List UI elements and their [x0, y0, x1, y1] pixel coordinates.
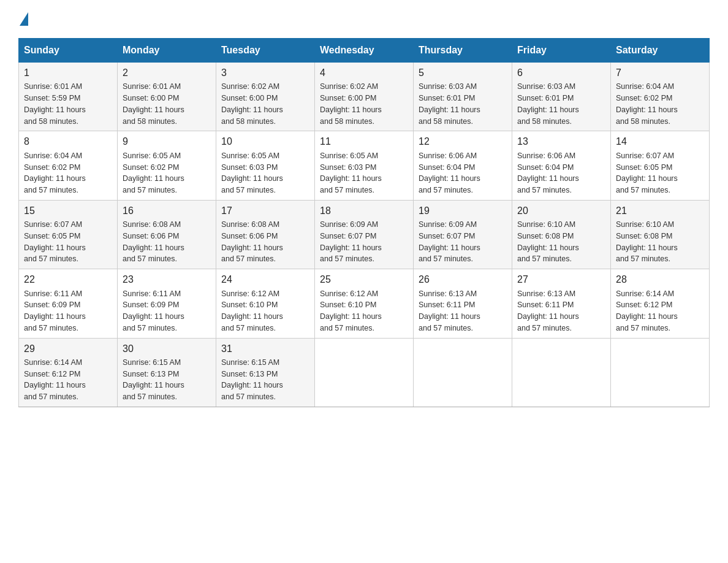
day-number: 13 [517, 135, 605, 148]
day-info: Sunrise: 6:15 AMSunset: 6:13 PMDaylight:… [221, 358, 283, 401]
day-info: Sunrise: 6:06 AMSunset: 6:04 PMDaylight:… [419, 151, 480, 194]
calendar-day-cell: 18 Sunrise: 6:09 AMSunset: 6:07 PMDaylig… [315, 200, 414, 269]
day-number: 19 [419, 204, 507, 218]
calendar-day-cell [315, 338, 414, 407]
day-number: 12 [419, 135, 507, 148]
day-info: Sunrise: 6:09 AMSunset: 6:07 PMDaylight:… [419, 220, 480, 263]
calendar-day-cell: 20 Sunrise: 6:10 AMSunset: 6:08 PMDaylig… [512, 200, 611, 269]
day-info: Sunrise: 6:03 AMSunset: 6:01 PMDaylight:… [517, 82, 579, 125]
logo-triangle-icon [20, 12, 28, 26]
day-info: Sunrise: 6:15 AMSunset: 6:13 PMDaylight:… [123, 358, 184, 401]
calendar-week-row: 15 Sunrise: 6:07 AMSunset: 6:05 PMDaylig… [19, 200, 710, 269]
calendar-day-cell: 10 Sunrise: 6:05 AMSunset: 6:03 PMDaylig… [216, 131, 315, 200]
logo [18, 12, 29, 26]
day-of-week-header: Friday [512, 39, 611, 63]
day-number: 15 [24, 204, 112, 218]
day-number: 25 [320, 273, 408, 286]
calendar-day-cell: 21 Sunrise: 6:10 AMSunset: 6:08 PMDaylig… [611, 200, 710, 269]
day-number: 17 [221, 204, 309, 218]
day-number: 5 [419, 66, 507, 80]
day-number: 29 [24, 342, 112, 356]
day-info: Sunrise: 6:14 AMSunset: 6:12 PMDaylight:… [616, 289, 678, 332]
day-number: 28 [616, 273, 704, 286]
calendar-day-cell: 25 Sunrise: 6:12 AMSunset: 6:10 PMDaylig… [315, 269, 414, 338]
day-number: 20 [517, 204, 605, 218]
calendar-week-row: 29 Sunrise: 6:14 AMSunset: 6:12 PMDaylig… [19, 338, 710, 407]
calendar-day-cell: 11 Sunrise: 6:05 AMSunset: 6:03 PMDaylig… [315, 131, 414, 200]
day-number: 21 [616, 204, 704, 218]
day-number: 10 [221, 135, 309, 148]
calendar-day-cell: 16 Sunrise: 6:08 AMSunset: 6:06 PMDaylig… [118, 200, 216, 269]
day-info: Sunrise: 6:09 AMSunset: 6:07 PMDaylight:… [320, 220, 382, 263]
calendar-day-cell: 17 Sunrise: 6:08 AMSunset: 6:06 PMDaylig… [216, 200, 315, 269]
calendar-day-cell: 29 Sunrise: 6:14 AMSunset: 6:12 PMDaylig… [19, 338, 118, 407]
day-number: 7 [616, 66, 704, 80]
day-info: Sunrise: 6:08 AMSunset: 6:06 PMDaylight:… [123, 220, 184, 263]
day-number: 22 [24, 273, 112, 286]
calendar-day-cell: 31 Sunrise: 6:15 AMSunset: 6:13 PMDaylig… [216, 338, 315, 407]
page-header [18, 12, 710, 26]
day-info: Sunrise: 6:05 AMSunset: 6:03 PMDaylight:… [221, 151, 283, 194]
day-info: Sunrise: 6:05 AMSunset: 6:02 PMDaylight:… [123, 151, 184, 194]
calendar-day-cell [611, 338, 710, 407]
day-number: 16 [123, 204, 211, 218]
day-number: 24 [221, 273, 309, 286]
day-number: 1 [24, 66, 112, 80]
calendar-week-row: 1 Sunrise: 6:01 AMSunset: 5:59 PMDayligh… [19, 63, 710, 131]
calendar-day-cell: 6 Sunrise: 6:03 AMSunset: 6:01 PMDayligh… [512, 63, 611, 131]
day-number: 4 [320, 66, 408, 80]
calendar-day-cell: 14 Sunrise: 6:07 AMSunset: 6:05 PMDaylig… [611, 131, 710, 200]
calendar-day-cell [512, 338, 611, 407]
calendar-day-cell: 26 Sunrise: 6:13 AMSunset: 6:11 PMDaylig… [414, 269, 512, 338]
calendar-day-cell: 5 Sunrise: 6:03 AMSunset: 6:01 PMDayligh… [414, 63, 512, 131]
day-info: Sunrise: 6:12 AMSunset: 6:10 PMDaylight:… [221, 289, 283, 332]
day-of-week-header: Wednesday [315, 39, 414, 63]
day-number: 2 [123, 66, 211, 80]
day-info: Sunrise: 6:07 AMSunset: 6:05 PMDaylight:… [24, 220, 86, 263]
day-number: 9 [123, 135, 211, 148]
calendar-week-row: 22 Sunrise: 6:11 AMSunset: 6:09 PMDaylig… [19, 269, 710, 338]
day-info: Sunrise: 6:01 AMSunset: 6:00 PMDaylight:… [123, 82, 184, 125]
day-info: Sunrise: 6:12 AMSunset: 6:10 PMDaylight:… [320, 289, 382, 332]
calendar-day-cell: 28 Sunrise: 6:14 AMSunset: 6:12 PMDaylig… [611, 269, 710, 338]
calendar-week-row: 8 Sunrise: 6:04 AMSunset: 6:02 PMDayligh… [19, 131, 710, 200]
day-number: 30 [123, 342, 211, 356]
day-info: Sunrise: 6:08 AMSunset: 6:06 PMDaylight:… [221, 220, 283, 263]
day-number: 31 [221, 342, 309, 356]
calendar-day-cell: 15 Sunrise: 6:07 AMSunset: 6:05 PMDaylig… [19, 200, 118, 269]
day-number: 27 [517, 273, 605, 286]
calendar-day-cell: 12 Sunrise: 6:06 AMSunset: 6:04 PMDaylig… [414, 131, 512, 200]
day-info: Sunrise: 6:03 AMSunset: 6:01 PMDaylight:… [419, 82, 480, 125]
day-info: Sunrise: 6:04 AMSunset: 6:02 PMDaylight:… [616, 82, 678, 125]
day-info: Sunrise: 6:13 AMSunset: 6:11 PMDaylight:… [517, 289, 579, 332]
day-number: 8 [24, 135, 112, 148]
day-of-week-header: Tuesday [216, 39, 315, 63]
day-of-week-header: Monday [118, 39, 216, 63]
day-info: Sunrise: 6:05 AMSunset: 6:03 PMDaylight:… [320, 151, 382, 194]
day-of-week-header: Sunday [19, 39, 118, 63]
day-info: Sunrise: 6:11 AMSunset: 6:09 PMDaylight:… [24, 289, 86, 332]
day-of-week-header: Thursday [414, 39, 512, 63]
calendar-day-cell [414, 338, 512, 407]
calendar-day-cell: 3 Sunrise: 6:02 AMSunset: 6:00 PMDayligh… [216, 63, 315, 131]
calendar-day-cell: 13 Sunrise: 6:06 AMSunset: 6:04 PMDaylig… [512, 131, 611, 200]
day-info: Sunrise: 6:04 AMSunset: 6:02 PMDaylight:… [24, 151, 86, 194]
calendar-header-row: SundayMondayTuesdayWednesdayThursdayFrid… [19, 39, 710, 63]
day-info: Sunrise: 6:02 AMSunset: 6:00 PMDaylight:… [320, 82, 382, 125]
calendar-day-cell: 4 Sunrise: 6:02 AMSunset: 6:00 PMDayligh… [315, 63, 414, 131]
day-info: Sunrise: 6:13 AMSunset: 6:11 PMDaylight:… [419, 289, 480, 332]
day-number: 26 [419, 273, 507, 286]
calendar-day-cell: 27 Sunrise: 6:13 AMSunset: 6:11 PMDaylig… [512, 269, 611, 338]
day-number: 11 [320, 135, 408, 148]
calendar-day-cell: 7 Sunrise: 6:04 AMSunset: 6:02 PMDayligh… [611, 63, 710, 131]
day-number: 23 [123, 273, 211, 286]
calendar-day-cell: 23 Sunrise: 6:11 AMSunset: 6:09 PMDaylig… [118, 269, 216, 338]
calendar-day-cell: 2 Sunrise: 6:01 AMSunset: 6:00 PMDayligh… [118, 63, 216, 131]
day-info: Sunrise: 6:07 AMSunset: 6:05 PMDaylight:… [616, 151, 678, 194]
day-info: Sunrise: 6:11 AMSunset: 6:09 PMDaylight:… [123, 289, 184, 332]
calendar-day-cell: 22 Sunrise: 6:11 AMSunset: 6:09 PMDaylig… [19, 269, 118, 338]
day-info: Sunrise: 6:06 AMSunset: 6:04 PMDaylight:… [517, 151, 579, 194]
calendar-day-cell: 9 Sunrise: 6:05 AMSunset: 6:02 PMDayligh… [118, 131, 216, 200]
calendar-day-cell: 19 Sunrise: 6:09 AMSunset: 6:07 PMDaylig… [414, 200, 512, 269]
calendar-day-cell: 30 Sunrise: 6:15 AMSunset: 6:13 PMDaylig… [118, 338, 216, 407]
